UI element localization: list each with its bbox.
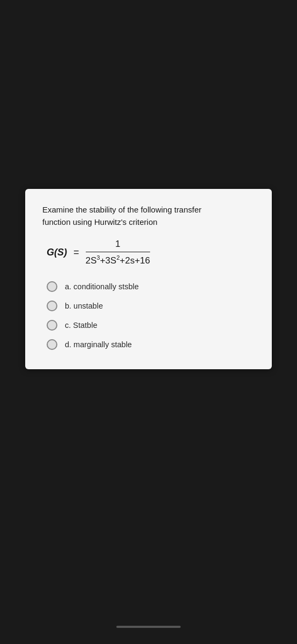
denominator: 2S3+3S2+2s+16 [86,252,151,266]
question-line-1: Examine the stability of the following t… [42,205,202,214]
question-text: Examine the stability of the following t… [42,204,255,228]
radio-c[interactable] [47,320,57,331]
radio-b[interactable] [47,301,57,311]
transfer-function: G(S) = 1 2S3+3S2+2s+16 [47,239,255,266]
option-b[interactable]: b. unstable [47,301,255,311]
option-c-label: c. Statble [65,321,97,330]
radio-a[interactable] [47,281,57,292]
option-d-label: d. marginally stable [65,340,132,349]
equals-sign: = [73,247,79,258]
option-d[interactable]: d. marginally stable [47,339,255,350]
numerator: 1 [86,239,151,252]
option-a-label: a. conditionally stsble [65,282,139,291]
options-list: a. conditionally stsble b. unstable c. S… [47,281,255,350]
fraction: 1 2S3+3S2+2s+16 [86,239,151,266]
question-card: Examine the stability of the following t… [25,189,272,369]
option-a[interactable]: a. conditionally stsble [47,281,255,292]
radio-d[interactable] [47,339,57,350]
gs-label: G(S) [47,247,67,258]
bottom-bar [116,626,181,628]
option-c[interactable]: c. Statble [47,320,255,331]
question-line-2: function using Hurwitz's criterion [42,217,158,226]
option-b-label: b. unstable [65,302,103,310]
